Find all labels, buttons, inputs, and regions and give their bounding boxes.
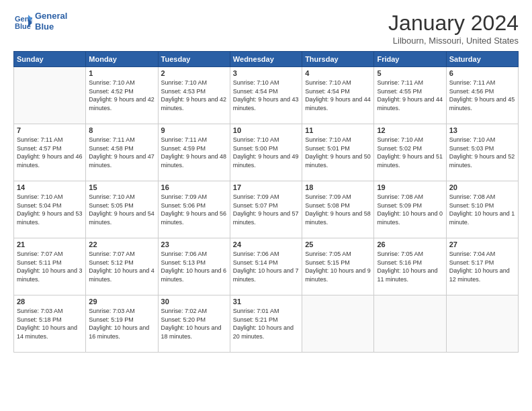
calendar-cell: 15Sunrise: 7:10 AMSunset: 5:05 PMDayligh…: [86, 181, 158, 238]
calendar-cell: 8Sunrise: 7:11 AMSunset: 4:58 PMDaylight…: [86, 124, 158, 181]
day-info: Sunrise: 7:01 AMSunset: 5:21 PMDaylight:…: [233, 307, 299, 340]
calendar-week-4: 21Sunrise: 7:07 AMSunset: 5:11 PMDayligh…: [14, 238, 519, 295]
calendar-cell: 28Sunrise: 7:03 AMSunset: 5:18 PMDayligh…: [14, 295, 86, 353]
day-info: Sunrise: 7:06 AMSunset: 5:14 PMDaylight:…: [233, 250, 299, 283]
day-number: 10: [233, 126, 299, 134]
calendar-cell: 20Sunrise: 7:08 AMSunset: 5:10 PMDayligh…: [446, 181, 518, 238]
day-number: 5: [377, 69, 443, 77]
day-info: Sunrise: 7:10 AMSunset: 4:53 PMDaylight:…: [161, 79, 227, 112]
calendar-week-3: 14Sunrise: 7:10 AMSunset: 5:04 PMDayligh…: [14, 181, 519, 238]
day-number: 9: [161, 126, 227, 134]
calendar-cell: 1Sunrise: 7:10 AMSunset: 4:52 PMDaylight…: [86, 67, 158, 124]
calendar-cell: 3Sunrise: 7:10 AMSunset: 4:54 PMDaylight…: [230, 67, 302, 124]
calendar-cell: 6Sunrise: 7:11 AMSunset: 4:56 PMDaylight…: [446, 67, 518, 124]
calendar-week-2: 7Sunrise: 7:11 AMSunset: 4:57 PMDaylight…: [14, 124, 519, 181]
calendar-cell: 23Sunrise: 7:06 AMSunset: 5:13 PMDayligh…: [158, 238, 230, 295]
calendar-cell: 27Sunrise: 7:04 AMSunset: 5:17 PMDayligh…: [446, 238, 518, 295]
month-title: January 2024: [388, 11, 519, 36]
day-info: Sunrise: 7:08 AMSunset: 5:09 PMDaylight:…: [377, 193, 443, 226]
logo-icon: General Blue: [13, 12, 32, 31]
col-tuesday: Tuesday: [158, 52, 230, 67]
day-info: Sunrise: 7:10 AMSunset: 5:03 PMDaylight:…: [449, 136, 515, 169]
day-info: Sunrise: 7:09 AMSunset: 5:08 PMDaylight:…: [305, 193, 371, 226]
calendar-cell: 14Sunrise: 7:10 AMSunset: 5:04 PMDayligh…: [14, 181, 86, 238]
day-number: 14: [17, 183, 83, 191]
day-info: Sunrise: 7:11 AMSunset: 4:59 PMDaylight:…: [161, 136, 227, 169]
day-number: 13: [449, 126, 515, 134]
col-thursday: Thursday: [302, 52, 374, 67]
day-number: 7: [17, 126, 83, 134]
day-info: Sunrise: 7:05 AMSunset: 5:15 PMDaylight:…: [305, 250, 371, 283]
day-info: Sunrise: 7:10 AMSunset: 4:54 PMDaylight:…: [305, 79, 371, 112]
day-info: Sunrise: 7:09 AMSunset: 5:07 PMDaylight:…: [233, 193, 299, 226]
day-number: 23: [161, 240, 227, 248]
calendar-cell: 21Sunrise: 7:07 AMSunset: 5:11 PMDayligh…: [14, 238, 86, 295]
day-info: Sunrise: 7:07 AMSunset: 5:12 PMDaylight:…: [89, 250, 154, 283]
day-number: 6: [449, 69, 515, 77]
day-number: 1: [89, 69, 154, 77]
day-info: Sunrise: 7:02 AMSunset: 5:20 PMDaylight:…: [161, 307, 227, 340]
calendar-cell: 18Sunrise: 7:09 AMSunset: 5:08 PMDayligh…: [302, 181, 374, 238]
logo-blue: Blue: [35, 21, 67, 32]
calendar-cell: 30Sunrise: 7:02 AMSunset: 5:20 PMDayligh…: [158, 295, 230, 353]
day-info: Sunrise: 7:07 AMSunset: 5:11 PMDaylight:…: [17, 250, 83, 283]
day-info: Sunrise: 7:03 AMSunset: 5:19 PMDaylight:…: [89, 307, 154, 340]
calendar-cell: 24Sunrise: 7:06 AMSunset: 5:14 PMDayligh…: [230, 238, 302, 295]
calendar-week-5: 28Sunrise: 7:03 AMSunset: 5:18 PMDayligh…: [14, 295, 519, 353]
calendar-cell: 9Sunrise: 7:11 AMSunset: 4:59 PMDaylight…: [158, 124, 230, 181]
day-number: 27: [449, 240, 515, 248]
header: General Blue General Blue January 2024 L…: [13, 11, 519, 46]
calendar-cell: 19Sunrise: 7:08 AMSunset: 5:09 PMDayligh…: [374, 181, 446, 238]
calendar-cell: [14, 67, 86, 124]
day-info: Sunrise: 7:11 AMSunset: 4:56 PMDaylight:…: [449, 79, 515, 112]
day-number: 20: [449, 183, 515, 191]
calendar-week-1: 1Sunrise: 7:10 AMSunset: 4:52 PMDaylight…: [14, 67, 519, 124]
calendar-cell: 2Sunrise: 7:10 AMSunset: 4:53 PMDaylight…: [158, 67, 230, 124]
day-info: Sunrise: 7:10 AMSunset: 5:01 PMDaylight:…: [305, 136, 371, 169]
col-sunday: Sunday: [14, 52, 86, 67]
day-info: Sunrise: 7:09 AMSunset: 5:06 PMDaylight:…: [161, 193, 227, 226]
day-info: Sunrise: 7:10 AMSunset: 5:04 PMDaylight:…: [17, 193, 83, 226]
calendar-header-row: Sunday Monday Tuesday Wednesday Thursday…: [14, 52, 519, 67]
calendar-cell: 25Sunrise: 7:05 AMSunset: 5:15 PMDayligh…: [302, 238, 374, 295]
day-number: 3: [233, 69, 299, 77]
logo: General Blue General Blue: [13, 11, 67, 32]
calendar-cell: 17Sunrise: 7:09 AMSunset: 5:07 PMDayligh…: [230, 181, 302, 238]
col-friday: Friday: [374, 52, 446, 67]
day-number: 17: [233, 183, 299, 191]
logo-general: General: [35, 11, 67, 21]
day-number: 25: [305, 240, 371, 248]
day-number: 11: [305, 126, 371, 134]
page: General Blue General Blue January 2024 L…: [0, 0, 532, 411]
calendar: Sunday Monday Tuesday Wednesday Thursday…: [13, 51, 519, 353]
title-block: January 2024 Lilbourn, Missouri, United …: [388, 11, 519, 46]
day-number: 18: [305, 183, 371, 191]
day-info: Sunrise: 7:08 AMSunset: 5:10 PMDaylight:…: [449, 193, 515, 226]
day-number: 21: [17, 240, 83, 248]
day-number: 2: [161, 69, 227, 77]
day-info: Sunrise: 7:03 AMSunset: 5:18 PMDaylight:…: [17, 307, 83, 340]
day-number: 19: [377, 183, 443, 191]
calendar-cell: 29Sunrise: 7:03 AMSunset: 5:19 PMDayligh…: [86, 295, 158, 353]
day-info: Sunrise: 7:10 AMSunset: 4:54 PMDaylight:…: [233, 79, 299, 112]
calendar-cell: 13Sunrise: 7:10 AMSunset: 5:03 PMDayligh…: [446, 124, 518, 181]
day-info: Sunrise: 7:11 AMSunset: 4:57 PMDaylight:…: [17, 136, 83, 169]
day-number: 30: [161, 298, 227, 306]
day-info: Sunrise: 7:11 AMSunset: 4:58 PMDaylight:…: [89, 136, 154, 169]
day-number: 15: [89, 183, 154, 191]
col-wednesday: Wednesday: [230, 52, 302, 67]
calendar-cell: 10Sunrise: 7:10 AMSunset: 5:00 PMDayligh…: [230, 124, 302, 181]
col-monday: Monday: [86, 52, 158, 67]
day-info: Sunrise: 7:04 AMSunset: 5:17 PMDaylight:…: [449, 250, 515, 283]
day-info: Sunrise: 7:10 AMSunset: 5:00 PMDaylight:…: [233, 136, 299, 169]
day-info: Sunrise: 7:10 AMSunset: 5:02 PMDaylight:…: [377, 136, 443, 169]
calendar-cell: 26Sunrise: 7:05 AMSunset: 5:16 PMDayligh…: [374, 238, 446, 295]
calendar-cell: 31Sunrise: 7:01 AMSunset: 5:21 PMDayligh…: [230, 295, 302, 353]
day-number: 28: [17, 298, 83, 306]
col-saturday: Saturday: [446, 52, 518, 67]
day-info: Sunrise: 7:11 AMSunset: 4:55 PMDaylight:…: [377, 79, 443, 112]
calendar-cell: [446, 295, 518, 353]
day-info: Sunrise: 7:10 AMSunset: 5:05 PMDaylight:…: [89, 193, 154, 226]
day-number: 29: [89, 298, 154, 306]
location: Lilbourn, Missouri, United States: [388, 36, 519, 46]
